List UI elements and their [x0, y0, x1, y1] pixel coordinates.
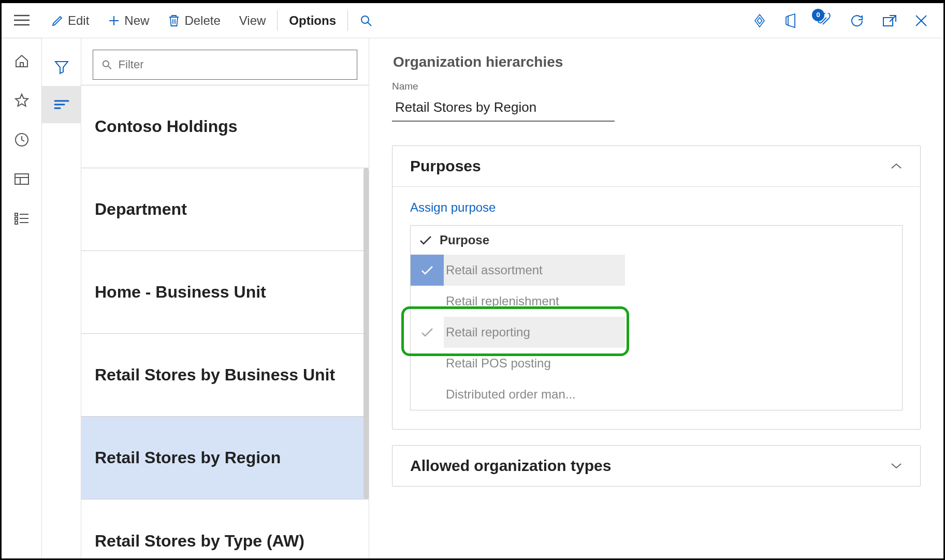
purposes-header[interactable]: Purposes [392, 146, 920, 186]
nav-workspaces[interactable] [9, 167, 34, 191]
home-icon [14, 53, 30, 69]
search-icon [101, 59, 112, 70]
check-icon [420, 265, 434, 275]
attachments-button[interactable]: 0 [816, 13, 832, 28]
svg-rect-11 [15, 174, 28, 184]
power-apps-button[interactable] [752, 13, 767, 28]
svg-line-6 [368, 22, 371, 26]
purpose-label: Retail POS posting [444, 356, 551, 371]
svg-line-24 [108, 66, 111, 69]
refresh-icon [849, 13, 865, 28]
list-tools [42, 38, 81, 558]
allowed-types-header[interactable]: Allowed organization types [392, 446, 920, 486]
grid-row[interactable]: Retail reporting [411, 317, 902, 348]
new-label: New [124, 13, 149, 28]
allowed-types-title: Allowed organization types [410, 457, 611, 475]
record-list: Contoso Holdings Department Home - Busin… [81, 85, 369, 558]
scrollbar[interactable] [364, 168, 369, 499]
office-button[interactable] [785, 13, 798, 28]
close-icon [914, 14, 928, 27]
hamburger-button[interactable] [2, 3, 42, 38]
svg-rect-7 [883, 18, 893, 26]
options-label: Options [289, 13, 336, 28]
popout-icon [882, 14, 897, 27]
list-item[interactable]: Retail Stores by Business Unit [81, 334, 369, 417]
options-button[interactable]: Options [280, 3, 345, 38]
purposes-grid: Purpose Retail assortment Retail repleni… [410, 225, 903, 410]
find-button[interactable] [350, 3, 382, 38]
separator [347, 10, 348, 31]
list-item[interactable]: Contoso Holdings [81, 85, 369, 168]
pencil-icon [51, 14, 64, 27]
chevron-up-icon [890, 162, 903, 170]
new-button[interactable]: New [98, 3, 158, 38]
nav-home[interactable] [9, 49, 34, 73]
command-bar: Edit New Delete View Options [2, 3, 943, 38]
star-icon [14, 93, 30, 108]
nav-favorites[interactable] [9, 88, 34, 113]
delete-button[interactable]: Delete [158, 3, 229, 38]
edit-button[interactable]: Edit [42, 3, 98, 38]
funnel-icon [54, 60, 69, 75]
attachments-badge: 0 [812, 9, 824, 21]
name-label: Name [392, 81, 921, 92]
filter-pane-button[interactable] [42, 49, 81, 86]
purposes-title: Purposes [410, 157, 481, 175]
purpose-label: Retail reporting [444, 325, 530, 340]
list-item-label: Department [95, 200, 187, 219]
allowed-types-section: Allowed organization types [392, 445, 921, 487]
sort-icon [54, 99, 69, 110]
grid-row[interactable]: Retail replenishment [411, 286, 902, 317]
clock-icon [14, 132, 30, 148]
list-item[interactable]: Department [81, 168, 369, 251]
svg-rect-16 [15, 222, 18, 224]
page-title: Organization hierarchies [393, 54, 921, 70]
list-item[interactable]: Home - Business Unit [81, 251, 369, 334]
list-item-label: Retail Stores by Type (AW) [95, 532, 304, 551]
plus-icon [108, 14, 120, 27]
list-item-label: Home - Business Unit [95, 283, 266, 302]
grid-row[interactable]: Retail assortment [411, 255, 902, 286]
nav-recent[interactable] [9, 127, 34, 152]
refresh-button[interactable] [849, 13, 865, 28]
filter-field[interactable] [93, 50, 357, 80]
detail-panel: Organization hierarchies Name Retail Sto… [369, 38, 943, 558]
grid-row[interactable]: Distributed order man... [411, 379, 902, 410]
list-item[interactable]: Retail Stores by Region [81, 417, 369, 499]
check-icon [420, 327, 434, 337]
purpose-label: Retail assortment [444, 263, 543, 277]
list-item-label: Contoso Holdings [95, 117, 238, 136]
modules-icon [14, 212, 30, 225]
delete-label: Delete [184, 13, 220, 28]
workspace-icon [14, 173, 30, 185]
search-icon [359, 14, 373, 27]
grid-row[interactable]: Retail POS posting [411, 348, 902, 379]
filter-input[interactable] [118, 57, 348, 72]
close-button[interactable] [914, 14, 928, 27]
svg-rect-14 [15, 213, 18, 216]
purpose-label: Retail replenishment [444, 294, 559, 308]
purpose-column-header[interactable]: Purpose [440, 233, 489, 247]
assign-purpose-link[interactable]: Assign purpose [410, 200, 496, 214]
sort-pane-button[interactable] [42, 86, 81, 123]
record-list-panel: Contoso Holdings Department Home - Busin… [81, 38, 369, 558]
office-icon [785, 13, 798, 28]
view-button[interactable]: View [230, 3, 275, 38]
nav-rail [2, 38, 42, 558]
popout-button[interactable] [882, 14, 897, 27]
svg-point-5 [361, 16, 369, 23]
svg-point-23 [103, 61, 109, 67]
svg-rect-15 [15, 217, 18, 220]
list-item-label: Retail Stores by Region [95, 448, 281, 467]
name-field[interactable]: Retail Stores by Region [392, 95, 615, 122]
list-item[interactable]: Retail Stores by Type (AW) [81, 499, 369, 558]
trash-icon [168, 14, 180, 27]
list-item-label: Retail Stores by Business Unit [95, 365, 335, 385]
check-icon [419, 235, 432, 245]
chevron-down-icon [890, 462, 903, 470]
nav-modules[interactable] [9, 206, 34, 231]
grid-header-row: Purpose [411, 226, 902, 255]
purpose-label: Distributed order man... [444, 387, 576, 402]
hamburger-icon [14, 14, 30, 26]
purposes-section: Purposes Assign purpose Purpose Retail a… [392, 145, 921, 430]
